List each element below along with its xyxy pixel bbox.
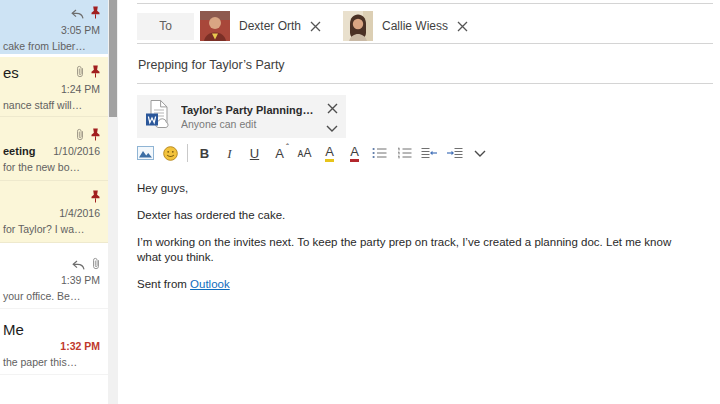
attachment-card[interactable]: Taylor’s Party Planning… Anyone can edit [137,95,346,138]
divider [137,43,713,44]
pin-icon [91,64,100,82]
message-list-item[interactable]: 1/4/2016 for Taylor? I wa… [0,181,108,243]
toolbar-divider [187,144,188,162]
outlook-link[interactable]: Outlook [190,278,230,290]
numbered-list-icon[interactable] [394,143,415,164]
attachment-permission: Anyone can edit [181,118,313,130]
font-size-button[interactable]: ᴀA [294,143,315,164]
message-list-item[interactable]: es 1:24 PM nance staff will… [0,57,108,117]
bullet-list-icon[interactable] [369,143,390,164]
message-subject: eeting [3,145,35,157]
message-list-item[interactable]: eeting 1/10/2016 for the new bo… [0,117,108,181]
formatting-toolbar: B I U A ᴀA A A [135,142,494,164]
message-list-scrollbar[interactable] [108,0,118,404]
message-preview: nance staff will… [3,99,100,111]
bold-button[interactable]: B [194,143,215,164]
remove-recipient-icon[interactable] [457,21,468,32]
attachment-close-icon[interactable] [327,100,338,118]
message-preview: for Taylor? I wa… [3,223,100,235]
message-time: 1:39 PM [61,274,100,286]
pin-icon [91,189,100,207]
font-color-button[interactable]: A [344,143,365,164]
to-button[interactable]: To [137,13,194,40]
message-list-item[interactable]: Me 1:32 PM the paper this… [0,309,108,375]
message-list-item[interactable]: 1:39 PM your office. Be… [0,243,108,309]
reply-icon [71,5,84,23]
underline-button[interactable]: U [244,143,265,164]
body-paragraph: I’m working on the invites next. To keep… [137,235,682,265]
message-body-editor[interactable]: Hey guys, Dexter has ordered the cake. I… [137,181,682,304]
indent-icon[interactable] [444,143,465,164]
outdent-icon[interactable] [419,143,440,164]
pin-icon [91,127,100,145]
paperclip-icon [76,64,84,82]
message-sender: Me [3,321,24,338]
message-list: 3:05 PM cake from Liber… es 1:24 PM nanc… [0,0,108,404]
subject-field[interactable]: Prepping for Taylor’s Party [138,58,285,72]
avatar [200,11,230,41]
attachment-expand-chevron-icon[interactable] [326,118,338,136]
insert-image-icon[interactable] [135,143,156,164]
message-time: 1/4/2016 [59,207,100,219]
message-list-item[interactable]: 3:05 PM cake from Liber… [0,0,108,54]
message-preview: the paper this… [3,356,100,368]
more-formatting-chevron-icon[interactable] [469,143,490,164]
signature-text: Sent from [137,278,190,290]
message-time: 1:24 PM [61,83,100,95]
divider [137,83,713,84]
emoji-icon[interactable] [160,143,181,164]
grow-font-button[interactable]: A [269,143,290,164]
paperclip-icon [76,127,84,145]
message-time: 3:05 PM [61,24,100,36]
to-field-row: To Dexter Orth Callie Wiess [137,11,468,41]
signature: Sent from Outlook [137,277,682,292]
italic-button[interactable]: I [219,143,240,164]
message-time: 1:32 PM [60,340,100,352]
divider [137,3,713,4]
message-time: 1/10/2016 [53,145,100,157]
outlook-compose-window: 3:05 PM cake from Liber… es 1:24 PM nanc… [0,0,720,404]
body-paragraph: Hey guys, [137,181,682,196]
reply-icon [72,256,85,274]
body-paragraph: Dexter has ordered the cake. [137,208,682,223]
message-preview: your office. Be… [3,290,100,302]
remove-recipient-icon[interactable] [310,21,321,32]
scrollbar-thumb[interactable] [109,0,117,117]
paperclip-icon [92,256,100,274]
pin-icon [91,5,100,23]
attachment-title: Taylor’s Party Planning… [181,104,313,116]
message-sender: es [3,64,19,81]
highlight-button[interactable]: A [319,143,340,164]
recipient-chip[interactable]: Callie Wiess [343,11,468,41]
recipient-name: Callie Wiess [382,19,448,33]
recipient-chip[interactable]: Dexter Orth [200,11,321,41]
recipient-name: Dexter Orth [239,19,301,33]
word-document-icon [145,99,172,134]
message-preview: for the new bo… [3,161,100,173]
avatar [343,11,373,41]
message-preview: cake from Liber… [3,40,100,52]
